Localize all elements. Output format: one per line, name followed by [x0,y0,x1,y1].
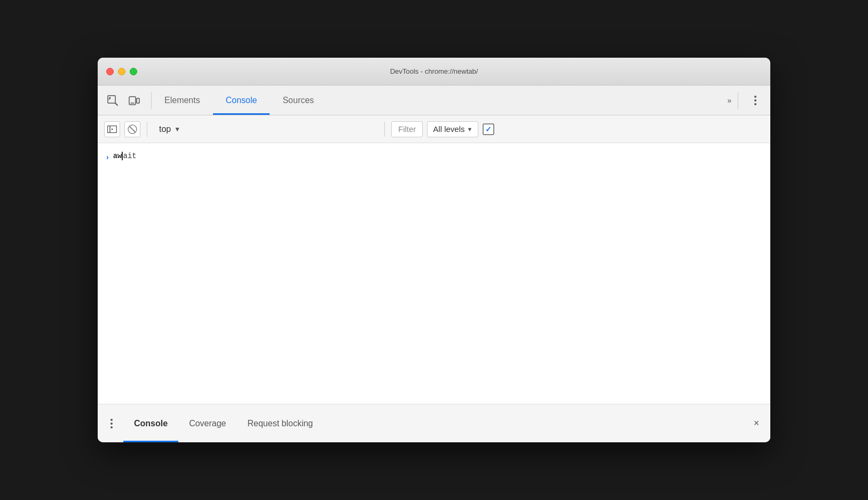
titlebar: DevTools - chrome://newtab/ [98,58,770,85]
main-tabs: Elements Console Sources [152,85,717,115]
bottom-panel: Console Coverage Request blocking × [98,404,770,442]
devtools-window: DevTools - chrome://newtab/ [98,58,770,442]
clear-console-button[interactable] [124,121,140,137]
bottom-tab-console[interactable]: Console [123,404,178,442]
levels-label: All levels [433,124,464,134]
inspect-element-button[interactable] [104,92,121,109]
svg-marker-10 [112,128,113,130]
close-button[interactable] [106,68,114,75]
bottom-tab-coverage[interactable]: Coverage [178,404,236,442]
console-text-bold: aw [113,152,122,160]
bottom-tab-request-blocking[interactable]: Request blocking [237,404,324,442]
checkbox-button[interactable]: ✓ [483,123,494,135]
toolbar-icons [104,92,152,109]
svg-rect-3 [137,98,139,103]
close-bottom-panel-button[interactable]: × [749,416,764,431]
svg-point-5 [754,96,756,98]
svg-line-1 [115,103,117,105]
console-expand-arrow[interactable]: › [106,153,109,161]
maximize-button[interactable] [130,68,137,75]
svg-point-6 [754,99,756,101]
svg-point-7 [754,103,756,105]
toolbar-divider [147,122,147,137]
tab-elements[interactable]: Elements [152,85,213,115]
console-entry: › await [106,150,762,163]
main-toolbar: Elements Console Sources » [98,85,770,115]
levels-selector[interactable]: All levels ▼ [427,121,478,137]
console-input-text: await [113,152,137,160]
close-icon: × [754,418,760,429]
toolbar-divider-2 [384,122,385,137]
device-toolbar-button[interactable] [125,92,143,109]
console-main[interactable]: › await [98,143,770,404]
svg-point-15 [111,426,113,428]
tab-sources[interactable]: Sources [270,85,327,115]
more-options-button[interactable] [747,92,764,109]
context-arrow-icon: ▼ [174,126,180,133]
bottom-more-options-button[interactable] [104,416,119,431]
sidebar-toggle-button[interactable] [104,121,120,137]
window-title: DevTools - chrome://newtab/ [390,67,478,75]
filter-input[interactable]: Filter [391,121,423,137]
svg-point-13 [111,419,113,421]
svg-line-12 [130,127,135,132]
svg-point-14 [111,423,113,425]
tab-console[interactable]: Console [213,85,270,115]
levels-arrow-icon: ▼ [467,126,473,132]
toolbar-right: » [717,92,764,109]
console-toolbar: top ▼ Filter All levels ▼ ✓ [98,115,770,143]
console-text-normal: ait [123,152,136,160]
context-selector[interactable]: top ▼ [154,122,378,136]
checkmark-icon: ✓ [485,125,492,134]
minimize-button[interactable] [118,68,125,75]
more-tabs-button[interactable]: » [721,92,738,109]
context-label: top [159,124,171,134]
traffic-lights [106,68,137,75]
